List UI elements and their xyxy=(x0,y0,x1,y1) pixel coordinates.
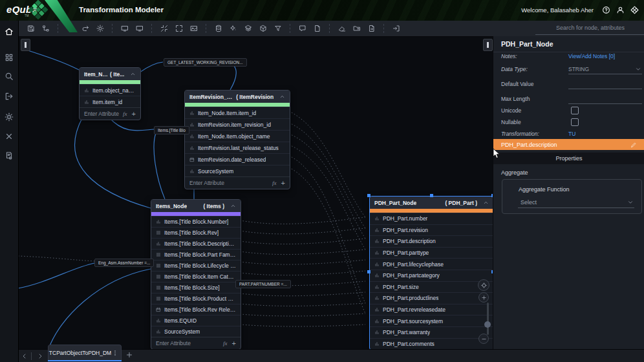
attribute-row[interactable]: Items.[Title Block.Description] xyxy=(151,238,241,249)
clear-icon[interactable] xyxy=(334,23,349,34)
folder-icon[interactable] xyxy=(349,23,364,34)
enter-attribute-field[interactable]: Enter Attributefx+ xyxy=(151,337,241,349)
tabs-scroll-left-button[interactable] xyxy=(21,352,28,360)
fx-button[interactable]: fx xyxy=(272,180,277,186)
nav-search[interactable] xyxy=(5,72,14,81)
zoom-slider-track[interactable] xyxy=(487,303,489,335)
eqube-diamond-icon[interactable] xyxy=(630,6,639,14)
attribute-row[interactable]: Item.item_id xyxy=(80,96,140,107)
collapse-chevron-icon[interactable] xyxy=(279,94,285,100)
node-itemrevision-node[interactable]: ItemRevision_Node( ItemRevision )Item_No… xyxy=(184,90,290,189)
user-icon[interactable] xyxy=(616,6,625,14)
attribute-row[interactable]: Items.[Title Block.Lifecycle Phase] xyxy=(151,260,241,271)
attribute-row[interactable]: PDH_Part.revision xyxy=(370,224,493,236)
minimap-icon[interactable] xyxy=(117,23,132,34)
nav-export[interactable] xyxy=(5,92,14,101)
collapse-chevron-icon[interactable] xyxy=(230,203,236,209)
attribute-row[interactable]: Items.[Title Block.Rev Release Date] xyxy=(151,304,241,315)
attribute-row[interactable]: Items.EQUID xyxy=(151,315,241,326)
attribute-row[interactable]: Items.[Title Block.Item Category] xyxy=(151,271,241,282)
attribute-row[interactable]: Item_Node.Item.object_name xyxy=(185,130,290,142)
attribute-row[interactable]: PDH_Part.warranty xyxy=(370,326,493,338)
export-doc-icon[interactable] xyxy=(364,23,379,34)
collapse-chevron-icon[interactable] xyxy=(483,200,489,206)
selection-handle[interactable] xyxy=(367,194,370,197)
enter-attribute-field[interactable]: Enter Attributefx+ xyxy=(185,176,290,189)
attribute-row[interactable]: Items.[Title Block.Part Family] xyxy=(151,249,241,260)
zoom-out-button[interactable] xyxy=(478,334,489,344)
search-input[interactable]: Search for node, attributes xyxy=(556,25,625,31)
save-icon[interactable] xyxy=(23,23,38,34)
edge-label[interactable]: Eng_Asm.AssmNumber =... xyxy=(94,259,154,267)
nav-report[interactable] xyxy=(5,151,14,160)
nav-settings[interactable] xyxy=(5,112,14,122)
add-attribute-button[interactable]: + xyxy=(132,110,136,118)
selection-handle[interactable] xyxy=(367,270,370,273)
chevron-down-icon[interactable] xyxy=(635,66,641,72)
attribute-row[interactable]: PDH_Part.description xyxy=(370,235,493,247)
node-header[interactable]: PDH_Part_Node( PDH_Part ) xyxy=(370,197,493,209)
zoom-in-button[interactable] xyxy=(478,292,489,303)
default-value-input[interactable] xyxy=(568,89,642,89)
panel-toggle-right[interactable] xyxy=(483,39,493,51)
selected-attribute-bar[interactable]: PDH_Part.description xyxy=(493,139,644,150)
chevron-down-icon[interactable] xyxy=(627,199,634,206)
enter-attribute-field[interactable]: Enter Attributefx+ xyxy=(80,107,140,120)
attribute-row[interactable]: Items.[Title Block.Number] xyxy=(151,216,241,227)
expand-all-icon[interactable] xyxy=(171,23,186,34)
attribute-row[interactable]: Item_Node.Item.item_id xyxy=(185,107,290,118)
nav-tools[interactable] xyxy=(5,132,14,141)
attribute-row[interactable]: ItemRevision.last_release_status xyxy=(185,142,290,153)
redo-icon[interactable] xyxy=(78,23,92,34)
edit-pencil-icon[interactable] xyxy=(630,142,637,148)
help-icon[interactable] xyxy=(602,6,610,14)
attribute-row[interactable]: SourceSystem xyxy=(185,165,290,176)
filter-icon[interactable] xyxy=(270,23,285,34)
transformation-link[interactable]: TU xyxy=(568,131,575,137)
node-header[interactable]: Item_No...( Ite... xyxy=(80,68,140,80)
unicode-checkbox[interactable] xyxy=(571,107,579,114)
node-item-node[interactable]: Item_No...( Ite...Item.object_nameItem.i… xyxy=(79,67,141,120)
nav-dashboard[interactable] xyxy=(5,53,14,62)
operations-icon[interactable] xyxy=(226,23,241,34)
edge-label[interactable]: PART.PARTNUMBER =... xyxy=(235,280,291,288)
attribute-row[interactable]: SourceSystem xyxy=(151,326,241,337)
data-source-icon[interactable] xyxy=(211,23,226,34)
attribute-row[interactable]: ItemRevision.item_revision_id xyxy=(185,118,290,130)
node-pdh-part-node[interactable]: PDH_Part_Node( PDH_Part )PDH_Part.number… xyxy=(369,196,494,350)
edge-label[interactable]: GET_LATEST_WORKING_REVISION... xyxy=(164,58,247,67)
max-length-input[interactable] xyxy=(568,103,642,104)
attribute-row[interactable]: PDH_Part.sourcesystem xyxy=(370,315,493,326)
node-items-node[interactable]: Items_Node( Items )Items.[Title Block.Nu… xyxy=(151,199,241,350)
panel-toggle-left[interactable] xyxy=(21,39,30,51)
node-header[interactable]: Items_Node( Items ) xyxy=(151,200,241,212)
fx-button[interactable]: fx xyxy=(223,340,228,346)
view-add-notes-link[interactable]: View/Add Notes [0] xyxy=(568,53,615,59)
add-attribute-button[interactable]: + xyxy=(232,339,236,347)
attribute-row[interactable]: Items.[Title Block.Rev] xyxy=(151,227,241,238)
attribute-row[interactable]: PDH_Part.comments xyxy=(370,338,493,350)
nullable-checkbox[interactable] xyxy=(571,118,579,126)
zoom-slider-handle[interactable] xyxy=(484,321,491,328)
collapse-chevron-icon[interactable] xyxy=(130,71,136,77)
attribute-row[interactable]: PDH_Part.number xyxy=(370,213,493,224)
attribute-row[interactable]: Item.object_name xyxy=(80,84,140,96)
node-header[interactable]: ItemRevision_Node( ItemRevision ) xyxy=(185,90,290,103)
add-attribute-button[interactable]: + xyxy=(281,179,285,187)
package-icon[interactable] xyxy=(255,23,270,34)
reset-view-button[interactable] xyxy=(478,279,489,291)
attribute-row[interactable]: Items.[Title Block.Size] xyxy=(151,282,241,293)
nav-home[interactable] xyxy=(5,27,14,36)
exit-icon[interactable] xyxy=(389,23,403,34)
attribute-row[interactable]: PDH_Part.partcategory xyxy=(370,270,493,281)
document-icon[interactable] xyxy=(310,23,325,34)
aggregate-function-select[interactable]: Select xyxy=(521,199,537,206)
attribute-row[interactable]: PDH_Part.lifecyclephase xyxy=(370,258,493,270)
auto-layout-icon[interactable] xyxy=(38,23,53,34)
search-box[interactable]: Search for node, attributes xyxy=(535,23,644,35)
overview-icon[interactable] xyxy=(132,23,147,34)
layers-icon[interactable] xyxy=(241,23,255,34)
attribute-row[interactable]: PDH_Part.parttype xyxy=(370,247,493,259)
attribute-row[interactable]: Items.[Title Block.Product Line(s)] xyxy=(151,293,241,304)
attribute-row[interactable]: PDH_Part.size xyxy=(370,281,493,293)
